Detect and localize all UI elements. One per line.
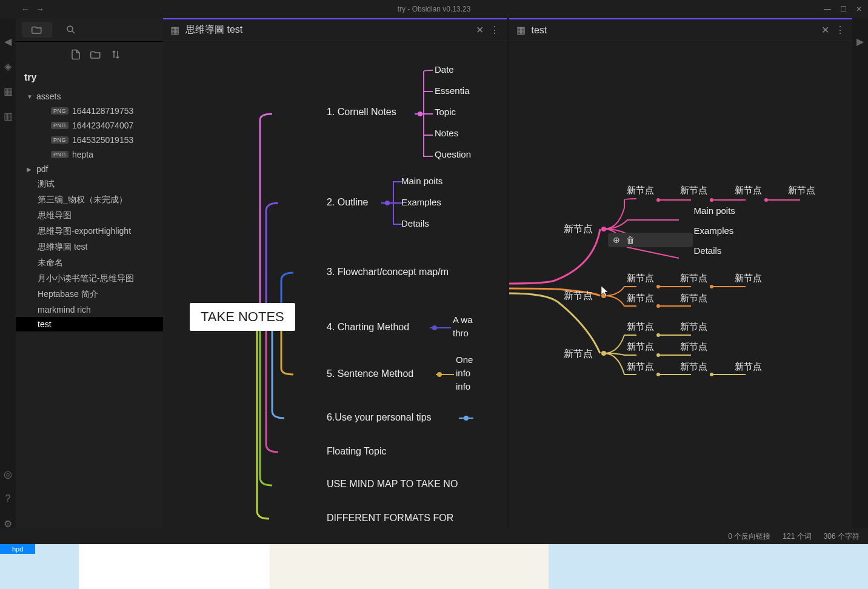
mm-node[interactable]: Essentia (435, 85, 470, 96)
app-title: try - Obsidian v0.13.23 (398, 5, 471, 13)
tree-folder[interactable]: ▶pdf (16, 162, 163, 176)
mm-node[interactable]: 新节点 (735, 361, 762, 373)
new-file-icon[interactable] (70, 49, 81, 60)
nav-back-icon[interactable]: ← (21, 4, 30, 14)
svg-point-10 (601, 293, 606, 298)
taskbar-thumbnail[interactable] (270, 544, 549, 589)
new-folder-icon[interactable] (90, 49, 101, 60)
statusbar: 0 个反向链接 121 个词 306 个字符 (0, 528, 868, 544)
mm-node[interactable]: 新节点 (735, 185, 762, 196)
mindmap-mode-icon[interactable]: ▦ (516, 24, 526, 36)
tree-file[interactable]: PNG1644128719753 (16, 104, 163, 118)
mindmap-icon[interactable]: ▥ (3, 111, 13, 121)
tree-file[interactable]: PNG1645325019153 (16, 133, 163, 147)
add-child-icon[interactable]: ⊕ (613, 235, 620, 245)
tree-folder[interactable]: ▼assets (16, 89, 163, 104)
mm-node[interactable]: One (456, 354, 473, 365)
mm-node[interactable]: 3. Flowchart/concept map/m (327, 267, 449, 278)
mm-node[interactable]: 新节点 (735, 273, 762, 284)
mm-node[interactable]: 新节点 (680, 273, 707, 284)
pane-more-icon[interactable]: ⋮ (490, 24, 499, 36)
mm-node[interactable]: 新节点 (680, 293, 707, 304)
tree-file[interactable]: 思维导图-exportHighlight (16, 224, 163, 239)
pane-close-icon[interactable]: ✕ (476, 24, 484, 36)
svg-point-3 (432, 325, 437, 330)
mm-node[interactable]: 新节点 (680, 321, 707, 333)
svg-point-8 (710, 198, 713, 202)
taskbar-thumbnail[interactable] (79, 544, 273, 589)
pane-more-icon[interactable]: ⋮ (835, 24, 845, 36)
mm-node[interactable]: DIFFERENT FORMATS FOR (327, 513, 453, 524)
settings-icon[interactable]: ⚙ (3, 519, 13, 528)
help-icon[interactable]: ? (3, 494, 13, 504)
left-ribbon: ◀ ◈ ▦ ▥ ◎ ? ⚙ (0, 18, 16, 528)
mindmap-canvas-right[interactable]: 新节点 新节点 新节点 新节点 新节点 Main poits Examples … (509, 41, 853, 528)
mm-node[interactable]: Details (401, 218, 429, 228)
mm-node[interactable]: Question (435, 149, 471, 159)
nav-forward-icon[interactable]: → (36, 4, 44, 14)
mm-node[interactable]: 新节点 (564, 223, 593, 236)
canvas-icon[interactable]: ▦ (3, 86, 13, 96)
mm-node[interactable]: 新节点 (627, 321, 654, 333)
taskbar-thumbnail-label[interactable]: hpd (0, 544, 35, 554)
mm-node[interactable]: 新节点 (627, 361, 654, 373)
mm-node[interactable]: 新节点 (680, 341, 707, 353)
tree-file[interactable]: 思维導圖 test (16, 239, 163, 255)
tree-file[interactable]: PNG1644234074007 (16, 118, 163, 133)
pane-close-icon[interactable]: ✕ (821, 24, 829, 36)
mm-node[interactable]: info (456, 381, 470, 391)
mm-node[interactable]: Main poits (401, 176, 442, 186)
mm-node[interactable]: 1. Cornell Notes (327, 107, 396, 118)
mm-node[interactable]: Details (694, 245, 722, 256)
svg-point-15 (656, 333, 660, 337)
graph-icon[interactable]: ◈ (3, 61, 13, 71)
mm-node[interactable]: thro (453, 328, 469, 338)
mm-node[interactable]: 新节点 (680, 185, 707, 196)
files-tab[interactable] (22, 22, 52, 38)
collapse-icon[interactable]: ◀ (3, 36, 13, 46)
minimize-icon[interactable]: — (824, 5, 831, 13)
tree-file[interactable]: 测试 (16, 176, 163, 192)
svg-point-4 (437, 372, 442, 377)
tree-file[interactable]: 第三编_物权（未完成） (16, 192, 163, 208)
vault-icon[interactable]: ◎ (3, 469, 13, 479)
mm-node[interactable]: 新节点 (564, 290, 593, 302)
mm-node[interactable]: 新节点 (627, 185, 654, 196)
close-window-icon[interactable]: ✕ (856, 5, 862, 13)
delete-node-icon[interactable]: 🗑 (626, 235, 635, 245)
mm-node[interactable]: 新节点 (788, 185, 815, 196)
mm-node[interactable]: info (456, 368, 470, 378)
mm-node[interactable]: Examples (694, 225, 734, 236)
search-tab[interactable] (56, 22, 86, 38)
mm-node[interactable]: 新节点 (564, 348, 593, 361)
mm-root-node[interactable]: TAKE NOTES (190, 303, 295, 331)
mm-node[interactable]: A wa (453, 314, 473, 325)
mm-node[interactable]: 4. Charting Method (327, 322, 409, 333)
mindmap-canvas-left[interactable]: TAKE NOTES 1. Cornell Notes Date Essenti… (163, 41, 507, 528)
mm-node[interactable]: Topic (435, 107, 456, 117)
mindmap-mode-icon[interactable]: ▦ (170, 24, 179, 36)
tree-file[interactable]: 月小小读书笔记-思维导图 (16, 271, 163, 287)
mm-node[interactable]: Notes (435, 128, 458, 138)
mm-node[interactable]: 新节点 (680, 361, 707, 373)
mm-node[interactable]: Floating Topic (327, 446, 386, 457)
tree-file[interactable]: PNGhepta (16, 147, 163, 162)
mm-node[interactable]: 6.Use your personal tips (327, 412, 432, 423)
mm-node[interactable]: USE MIND MAP TO TAKE NO (327, 479, 458, 490)
tree-file[interactable]: Heptabase 简介 (16, 287, 163, 302)
tree-file[interactable]: 思维导图 (16, 208, 163, 224)
tree-file-active[interactable]: test (16, 317, 163, 331)
mm-node[interactable]: Main poits (694, 205, 735, 216)
expand-right-icon[interactable]: ▶ (855, 36, 865, 46)
sort-icon[interactable] (110, 49, 121, 60)
tree-file[interactable]: 未命名 (16, 255, 163, 271)
mm-node[interactable]: 新节点 (627, 293, 654, 304)
maximize-icon[interactable]: ☐ (840, 5, 847, 13)
mm-node[interactable]: 5. Sentence Method (327, 368, 413, 379)
mm-node[interactable]: Examples (401, 197, 441, 207)
tree-file[interactable]: markmind rich (16, 302, 163, 317)
mm-node[interactable]: 2. Outline (327, 197, 368, 208)
mm-node[interactable]: 新节点 (627, 341, 654, 353)
mm-node[interactable]: Date (435, 64, 454, 75)
mm-node[interactable]: 新节点 (627, 273, 654, 284)
